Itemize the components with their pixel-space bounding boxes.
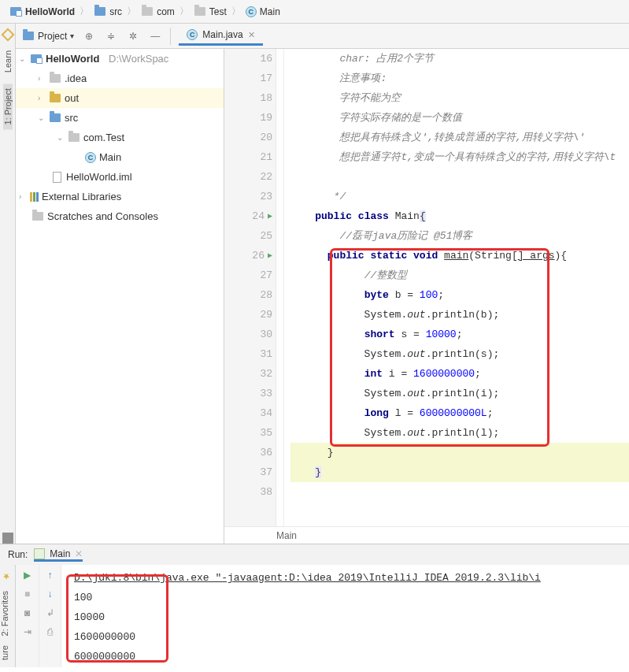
- code-body[interactable]: char: 占用2个字节 注意事项: 字符不能为空 字符实际存储的是一个数值 想…: [284, 49, 629, 526]
- close-icon[interactable]: ✕: [75, 548, 83, 559]
- class-icon: C: [85, 152, 96, 163]
- run-header: Run: Main ✕: [0, 544, 629, 565]
- library-icon: [30, 192, 39, 202]
- up-icon[interactable]: ↑: [48, 570, 53, 581]
- editor-tab-main[interactable]: C Main.java ✕: [179, 26, 262, 46]
- target-icon[interactable]: ⊕: [82, 29, 96, 43]
- print-icon[interactable]: ⎙: [47, 626, 53, 637]
- project-panel-title[interactable]: Project ▾: [22, 30, 74, 43]
- grey-square-icon[interactable]: [2, 533, 13, 544]
- chevron-down-icon[interactable]: ⌄: [57, 133, 65, 142]
- tab-favorites[interactable]: 2: Favorites: [0, 586, 9, 640]
- learn-icon[interactable]: [1, 28, 14, 42]
- tree-external-libs[interactable]: › External Libraries: [16, 187, 224, 206]
- crumb-src[interactable]: src: [91, 6, 125, 18]
- class-icon: C: [246, 6, 257, 17]
- tree-main-class[interactable]: C Main: [16, 147, 224, 167]
- tree-root[interactable]: ⌄ HelloWorld D:\WorkSpac: [16, 49, 224, 69]
- breadcrumb: HelloWorld 〉 src 〉 com 〉 Test 〉 C Main: [0, 0, 629, 24]
- star-icon[interactable]: ★: [0, 566, 10, 586]
- tree-iml[interactable]: HelloWorld.iml: [16, 167, 224, 187]
- run-output[interactable]: D:\jdk1.8\bin\java.exe "-javaagent:D:\id…: [61, 565, 629, 667]
- chevron-right-icon[interactable]: ›: [38, 94, 46, 102]
- rerun-icon[interactable]: ▶: [24, 570, 31, 581]
- run-toolbar-secondary: ↑ ↓ ↲ ⎙: [39, 565, 61, 667]
- tab-project[interactable]: 1: Project: [3, 84, 13, 129]
- code-editor[interactable]: 161718192021222324▶2526▶2728293031323334…: [224, 49, 629, 544]
- chevron-down-icon[interactable]: ⌄: [38, 113, 46, 122]
- collapse-icon[interactable]: ≑: [104, 29, 118, 43]
- chevron-down-icon[interactable]: ⌄: [19, 54, 27, 63]
- run-config-tab[interactable]: Main ✕: [34, 548, 83, 562]
- chevron-right-icon[interactable]: ›: [19, 192, 27, 201]
- chevron-right-icon: 〉: [80, 5, 89, 18]
- project-tree[interactable]: ⌄ HelloWorld D:\WorkSpac › .idea › out ⌄: [16, 49, 224, 544]
- tree-out[interactable]: › out: [16, 88, 224, 108]
- crumb-main[interactable]: C Main: [242, 6, 283, 17]
- line-gutter[interactable]: 161718192021222324▶2526▶2728293031323334…: [224, 49, 276, 526]
- wrap-icon[interactable]: ↲: [46, 607, 54, 618]
- run-label: Run:: [8, 549, 28, 560]
- tree-scratches[interactable]: Scratches and Consoles: [16, 206, 224, 226]
- chevron-right-icon: 〉: [231, 5, 241, 18]
- panel-header: Project ▾ ⊕ ≑ ✲ — C Main.java ✕: [16, 24, 629, 49]
- left-tool-stripe: Learn 1: Project: [0, 24, 16, 544]
- hide-icon[interactable]: —: [148, 29, 162, 43]
- run-panel: Run: Main ✕ ★ 2: Favorites ture ▶ ■ ◙ ⇥ …: [0, 544, 629, 667]
- stop-icon[interactable]: ■: [24, 588, 30, 600]
- gear-icon[interactable]: ✲: [126, 29, 140, 43]
- class-icon: C: [187, 29, 198, 40]
- tab-ture[interactable]: ture: [0, 640, 9, 665]
- chevron-down-icon[interactable]: ▾: [70, 32, 74, 40]
- tree-src[interactable]: ⌄ src: [16, 108, 224, 128]
- camera-icon[interactable]: ◙: [24, 607, 30, 618]
- crumb-com[interactable]: com: [138, 6, 178, 18]
- crumb-test[interactable]: Test: [191, 6, 230, 18]
- down-icon[interactable]: ↓: [48, 588, 53, 600]
- left-tool-stripe-bottom: ★ 2: Favorites ture: [0, 565, 16, 667]
- editor-context-path[interactable]: Main: [224, 526, 629, 544]
- close-icon[interactable]: ✕: [248, 30, 255, 40]
- chevron-right-icon: 〉: [127, 5, 136, 18]
- exit-icon[interactable]: ⇥: [24, 626, 31, 637]
- tab-learn[interactable]: Learn: [3, 46, 13, 77]
- chevron-right-icon: 〉: [179, 5, 189, 18]
- fold-column[interactable]: [276, 49, 284, 526]
- tree-comtest[interactable]: ⌄ com.Test: [16, 128, 224, 147]
- run-toolbar-primary: ▶ ■ ◙ ⇥: [16, 565, 39, 667]
- crumb-project[interactable]: HelloWorld: [6, 6, 78, 18]
- chevron-right-icon[interactable]: ›: [38, 74, 46, 83]
- tree-idea[interactable]: › .idea: [16, 69, 224, 88]
